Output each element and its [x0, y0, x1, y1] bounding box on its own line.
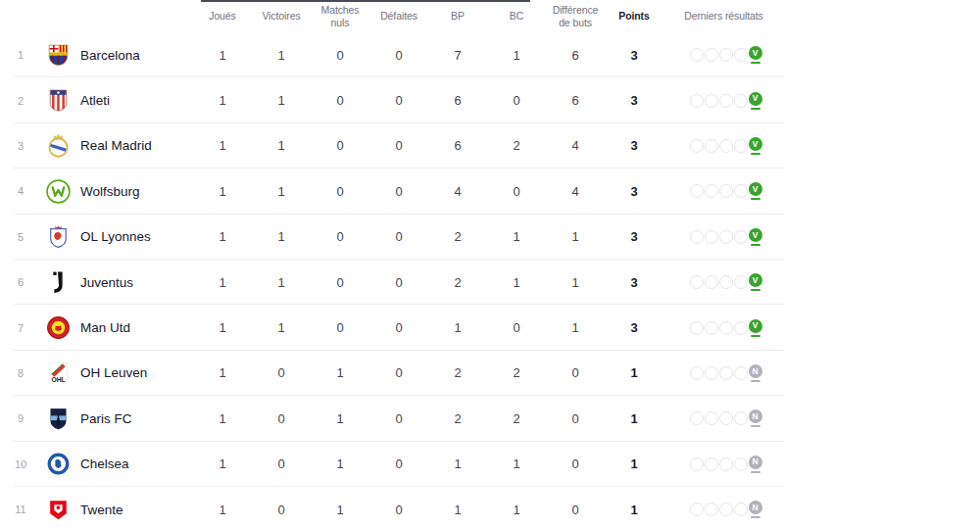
result-current-underline: [751, 471, 760, 473]
result-badge[interactable]: V: [749, 46, 762, 60]
result-circle-empty: [690, 411, 704, 425]
result-circle-empty: [690, 184, 704, 198]
table-row[interactable]: 9 Paris FC 1 0 1 0 2 2 0 1 N: [0, 396, 784, 441]
points-value: 3: [605, 184, 663, 199]
result-current-underline: [751, 198, 760, 200]
result-badge[interactable]: N: [749, 409, 762, 423]
table-row[interactable]: 10 Chelsea 1 0 1 0 1 1 0 1 N: [0, 442, 784, 487]
table-row[interactable]: 1 Barcelona 1 1 0 0 7 1 6 3 V: [0, 32, 784, 77]
goals-against-value: 0: [487, 93, 546, 108]
losses-value: 0: [369, 411, 428, 426]
result-current-slot: N: [749, 456, 762, 473]
result-badge[interactable]: V: [749, 228, 762, 242]
result-circle-empty: [734, 94, 748, 108]
result-circle-empty: [705, 48, 718, 62]
played-value: 1: [193, 93, 252, 108]
goal-difference-value: 1: [546, 320, 605, 335]
table-body: 1 Barcelona 1 1 0 0 7 1 6 3 V 2 Atleti 1…: [0, 32, 784, 528]
result-circle-empty: [734, 275, 748, 289]
ohleuven-crest-icon: [45, 360, 72, 386]
result-circle-empty: [705, 503, 718, 516]
table-row[interactable]: 8 OH Leuven 1 0 1 0 2 2 0 1 N: [0, 351, 784, 396]
result-badge[interactable]: N: [749, 456, 762, 469]
goals-for-value: 2: [428, 411, 487, 426]
result-circle-empty: [734, 366, 748, 380]
result-circle-empty: [719, 366, 733, 380]
realmadrid-crest-icon: [45, 132, 72, 159]
result-current-slot: V: [749, 92, 762, 110]
played-value: 1: [193, 138, 252, 153]
wins-value: 1: [252, 275, 311, 290]
result-circle-empty: [705, 94, 718, 108]
result-badge[interactable]: V: [749, 92, 762, 106]
top-edge-line: [201, 0, 530, 2]
result-badge[interactable]: N: [749, 364, 762, 378]
table-row[interactable]: 6 Juventus 1 1 0 0 2 1 1 3 V: [0, 260, 784, 305]
team-name: Real Madrid: [74, 138, 193, 153]
table-row[interactable]: 2 Atleti 1 1 0 0 6 0 6 3 V: [0, 77, 784, 122]
wins-value: 1: [252, 93, 311, 108]
last-results: V: [663, 92, 784, 110]
played-value: 1: [193, 184, 252, 199]
table-row[interactable]: 3 Real Madrid 1 1 0 0 6 2 4 3 V: [0, 123, 784, 168]
played-value: 1: [193, 229, 252, 244]
last-results: N: [663, 456, 784, 473]
last-results: N: [663, 409, 784, 427]
goal-difference-value: 0: [546, 365, 605, 380]
team-name: Juventus: [74, 275, 193, 290]
losses-value: 0: [369, 456, 428, 471]
result-badge[interactable]: V: [749, 182, 762, 196]
team-name: Chelsea: [74, 456, 193, 471]
played-value: 1: [193, 275, 252, 290]
played-value: 1: [193, 48, 252, 63]
rank-number: 10: [8, 458, 33, 470]
barcelona-crest-icon: [45, 42, 72, 69]
losses-value: 0: [369, 138, 428, 153]
rank-number: 6: [8, 276, 33, 288]
result-current-slot: V: [749, 137, 762, 155]
team-name: OH Leuven: [74, 365, 193, 380]
table-row[interactable]: 11 Twente 1 0 1 0 1 1 0 1 N: [0, 487, 784, 528]
table-row[interactable]: 5 OL Lyonnes 1 1 0 0 2 1 1 3 V: [0, 215, 784, 260]
team-name: Barcelona: [74, 48, 193, 63]
result-current-underline: [751, 62, 760, 64]
losses-value: 0: [369, 48, 428, 63]
goals-for-value: 7: [428, 48, 487, 63]
result-circle-empty: [734, 139, 748, 153]
result-circle-empty: [705, 139, 718, 153]
goals-against-value: 2: [487, 365, 546, 380]
result-current-slot: V: [749, 228, 762, 246]
goals-for-value: 1: [428, 320, 487, 335]
column-header-points: Points: [605, 10, 663, 22]
result-circle-empty: [734, 503, 748, 516]
draws-value: 0: [311, 275, 369, 290]
parisfc-crest-icon: [45, 406, 72, 432]
table-row[interactable]: 7 Man Utd 1 1 0 0 1 0 1 3 V: [0, 305, 784, 350]
wins-value: 0: [252, 503, 311, 517]
result-circle-empty: [690, 48, 704, 62]
result-badge[interactable]: N: [749, 501, 762, 514]
rank-number: 8: [8, 367, 33, 379]
goals-against-value: 1: [487, 229, 546, 244]
losses-value: 0: [369, 320, 428, 335]
rank-number: 4: [8, 185, 33, 197]
result-circle-empty: [690, 275, 704, 289]
column-header-last-results: Derniers résultats: [663, 10, 784, 22]
rank-number: 3: [8, 140, 33, 152]
goals-against-value: 2: [487, 411, 546, 426]
wolfsburg-crest-icon: [45, 178, 72, 205]
draws-value: 0: [311, 93, 369, 108]
result-badge[interactable]: V: [749, 273, 762, 287]
manutd-crest-icon: [45, 314, 72, 341]
result-badge[interactable]: V: [749, 319, 762, 333]
result-badge[interactable]: V: [749, 137, 762, 151]
team-name: Paris FC: [74, 411, 193, 426]
result-circle-empty: [734, 457, 748, 471]
losses-value: 0: [369, 184, 428, 199]
draws-value: 1: [311, 365, 369, 380]
points-value: 3: [605, 48, 663, 63]
played-value: 1: [193, 320, 252, 335]
team-name: Wolfsburg: [74, 184, 193, 199]
table-row[interactable]: 4 Wolfsburg 1 1 0 0 4 0 4 3 V: [0, 168, 784, 214]
result-circle-empty: [719, 457, 733, 471]
